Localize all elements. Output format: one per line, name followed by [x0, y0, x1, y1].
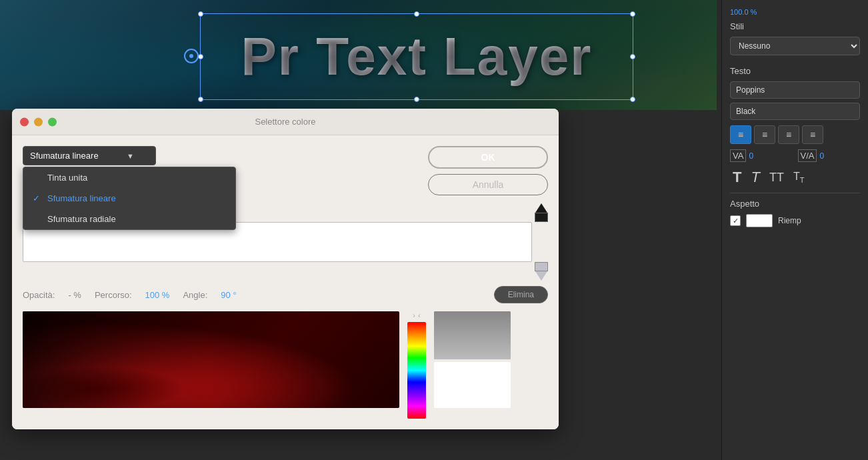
stop-handle-top-rect — [535, 213, 548, 222]
maximize-button[interactable] — [48, 117, 57, 126]
percorso-value: 100 % — [145, 290, 170, 300]
dropdown-item-radial[interactable]: Sfumatura radiale — [23, 209, 235, 229]
handle-top-center[interactable] — [414, 11, 419, 17]
gradient-type-container: Sfumatura lineare ▼ Tinta unita ✓ Sfumat… — [23, 146, 156, 165]
fill-swatch[interactable] — [746, 214, 773, 227]
stop-handle-bottom[interactable] — [535, 262, 548, 281]
right-panel: 100.0 % Stili Nessuno Testo Poppins Blac… — [721, 0, 868, 460]
color-preview-new — [434, 362, 511, 408]
alpha-preview-col — [434, 311, 511, 419]
handle-bottom-center[interactable] — [414, 97, 419, 102]
align-center-icon: ≡ — [762, 129, 767, 140]
progress-value: 100.0 % — [730, 8, 757, 16]
dialog-title: Selettore colore — [255, 117, 315, 127]
color-preview-current — [434, 311, 511, 359]
text-layer-selection[interactable]: Pr Text Layer — [200, 13, 633, 100]
handle-bottom-left[interactable] — [198, 97, 203, 102]
ok-button[interactable]: OK — [428, 146, 548, 169]
fill-label: Riemp — [778, 216, 801, 225]
dialog-titlebar: Selettore colore — [12, 109, 559, 135]
align-center-button[interactable]: ≡ — [754, 125, 775, 144]
close-button[interactable] — [20, 117, 29, 126]
check-empty-icon — [33, 173, 42, 183]
handle-top-right[interactable] — [630, 11, 635, 17]
text-style-row: T T TT TT — [730, 167, 860, 187]
elimina-button[interactable]: Elimina — [494, 286, 548, 303]
dialog-top-row: Sfumatura lineare ▼ Tinta unita ✓ Sfumat… — [23, 146, 548, 195]
kern-item: VA 0 — [730, 149, 793, 162]
kerning-icon: VA — [730, 149, 746, 162]
cancel-button[interactable]: Annulla — [428, 174, 548, 195]
dialog-body: Sfumatura lineare ▼ Tinta unita ✓ Sfumat… — [12, 135, 559, 429]
stop-handle-bottom-triangle — [535, 271, 547, 281]
panel-divider — [730, 193, 860, 193]
angle-value: 90 ° — [221, 290, 236, 300]
italic-button[interactable]: T — [748, 167, 762, 187]
font-name-field[interactable]: Poppins — [730, 81, 860, 99]
progress-bar-row: 100.0 % — [730, 8, 860, 16]
ok-cancel-group: OK Annulla — [428, 146, 548, 195]
angle-label: Angle: — [183, 290, 207, 300]
align-right-button[interactable]: ≡ — [778, 125, 799, 144]
percorso-label: Percorso: — [95, 290, 132, 300]
stop-handle-top[interactable] — [535, 203, 548, 222]
dropdown-item-solid-label: Tinta unita — [47, 173, 87, 183]
gradient-dropdown-label: Sfumatura lineare — [30, 151, 99, 161]
tracking-value: 0 — [819, 151, 824, 161]
check-active-icon: ✓ — [33, 193, 42, 203]
handle-bottom-right[interactable] — [630, 97, 635, 102]
kern-row: VA 0 V/A 0 — [730, 149, 860, 162]
fill-row: Riemp — [730, 214, 860, 227]
smallcaps-button[interactable]: TT — [791, 167, 807, 187]
handle-mid-right[interactable] — [630, 54, 635, 59]
dropdown-chevron-icon: ▼ — [127, 152, 134, 160]
align-justify-button[interactable]: ≡ — [802, 125, 823, 144]
hue-arrow-left-icon: › — [413, 311, 415, 319]
stili-dropdown[interactable]: Nessuno — [730, 37, 860, 55]
opacity-value: - % — [68, 290, 81, 300]
check-empty-icon2 — [33, 214, 42, 224]
opacity-label: Opacità: — [23, 290, 55, 300]
color-saturation-square[interactable] — [23, 311, 399, 408]
dropdown-item-linear[interactable]: ✓ Sfumatura lineare — [23, 188, 235, 209]
rotate-handle[interactable] — [184, 49, 199, 63]
handle-mid-left[interactable] — [198, 54, 203, 59]
bold-button[interactable]: T — [730, 167, 744, 187]
main-color-area: › ‹ — [23, 311, 548, 419]
gradient-dropdown-wrapper[interactable]: Sfumatura lineare ▼ Tinta unita ✓ Sfumat… — [23, 146, 156, 165]
color-picker-dialog: Selettore colore Sfumatura lineare ▼ Tin… — [12, 109, 559, 429]
align-left-button[interactable]: ≡ — [730, 125, 751, 144]
gradient-dropdown-button[interactable]: Sfumatura lineare ▼ — [23, 146, 156, 165]
tracking-item: V/A 0 — [798, 149, 861, 162]
kern-value: 0 — [749, 151, 753, 161]
align-left-icon: ≡ — [738, 129, 743, 140]
dropdown-item-radial-label: Sfumatura radiale — [47, 214, 116, 224]
dropdown-item-solid[interactable]: Tinta unita — [23, 167, 235, 188]
dropdown-item-linear-label: Sfumatura lineare — [47, 193, 116, 203]
allcaps-button[interactable]: TT — [767, 167, 787, 187]
tracking-icon: V/A — [798, 149, 817, 162]
text-preview-label: Pr Text Layer — [241, 26, 593, 87]
stop-handle-bottom-rect — [535, 262, 548, 271]
align-justify-icon: ≡ — [810, 129, 815, 140]
handle-top-left[interactable] — [198, 11, 203, 17]
traffic-lights — [20, 117, 57, 126]
controls-row: Opacità: - % Percorso: 100 % Angle: 90 °… — [23, 286, 548, 303]
align-row: ≡ ≡ ≡ ≡ — [730, 125, 860, 144]
minimize-button[interactable] — [34, 117, 43, 126]
font-style-field[interactable]: Black — [730, 103, 860, 120]
hue-arrows: › ‹ — [413, 311, 420, 319]
hue-strip-wrapper: › ‹ — [407, 311, 426, 419]
testo-label: Testo — [730, 66, 860, 76]
align-right-icon: ≡ — [786, 129, 791, 140]
font-style-value: Black — [736, 107, 755, 116]
aspetto-label: Aspetto — [730, 199, 860, 209]
stili-label: Stili — [730, 21, 860, 31]
hue-arrow-right-icon: ‹ — [418, 311, 421, 319]
hue-strip[interactable] — [407, 322, 426, 419]
fill-checkbox[interactable] — [730, 215, 741, 226]
gradient-dropdown-menu: Tinta unita ✓ Sfumatura lineare Sfumatur… — [23, 167, 236, 230]
font-name-value: Poppins — [736, 85, 765, 95]
stop-handle-top-triangle — [535, 203, 547, 213]
stop-handle-bottom-row — [23, 262, 548, 281]
